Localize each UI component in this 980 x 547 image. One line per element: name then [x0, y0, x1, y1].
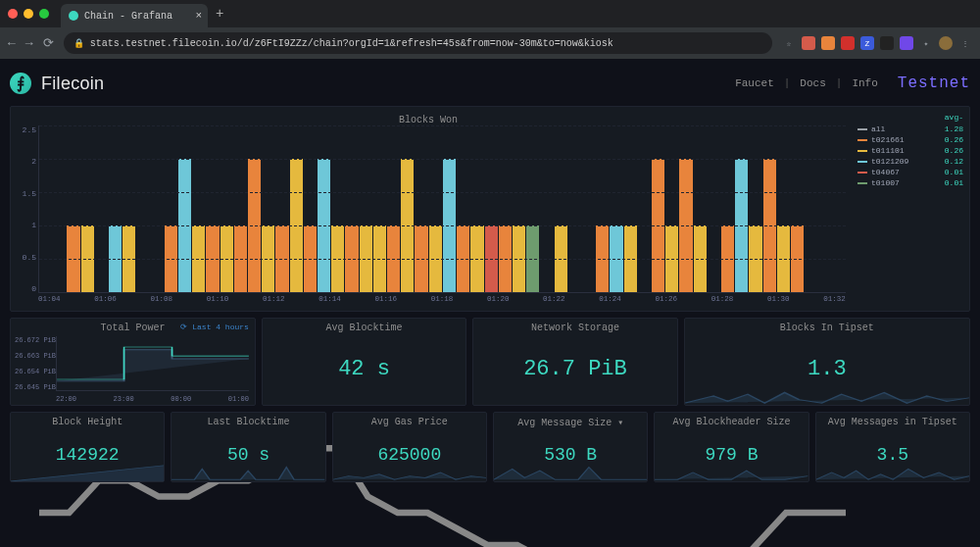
sparkline	[494, 464, 647, 481]
extension-icon[interactable]	[880, 36, 894, 50]
bookmark-star-icon[interactable]: ☆	[782, 36, 796, 50]
legend-header: avg-	[858, 113, 963, 122]
address-bar: ← → ⟳ 🔒 stats.testnet.filecoin.io/d/z6Ft…	[0, 27, 980, 59]
extension-icon[interactable]: Z	[860, 36, 874, 50]
page-header: ⨎ Filecoin Faucet | Docs | Info Testnet	[10, 67, 970, 100]
panel-title: Block Height	[11, 413, 164, 427]
avg-blockheader-size-panel[interactable]: Avg Blockheader Size 979 B	[654, 412, 808, 482]
back-icon[interactable]: ←	[8, 36, 16, 51]
mid-row: Total Power ⟳ Last 4 hours 26.672 PiB26.…	[10, 318, 970, 406]
minimize-window-icon[interactable]	[24, 9, 33, 19]
panel-title: Blocks In Tipset	[685, 319, 969, 333]
filecoin-logo-icon: ⨎	[10, 73, 31, 94]
panel-title: Last Blocktime	[172, 413, 324, 427]
bottom-row: Block Height 142922 Last Blocktime 50 s …	[10, 412, 970, 482]
url-input[interactable]: 🔒 stats.testnet.filecoin.io/d/z6FtI9ZZz/…	[64, 32, 772, 54]
sparkline	[172, 464, 324, 481]
extension-icon[interactable]	[821, 36, 835, 50]
blocks-in-tipset-panel[interactable]: Blocks In Tipset 1.3	[684, 318, 970, 406]
block-height-panel[interactable]: Block Height 142922	[10, 412, 165, 482]
legend-item[interactable]: t010070.01	[858, 177, 963, 188]
dashboard-page: ⨎ Filecoin Faucet | Docs | Info Testnet …	[0, 59, 980, 547]
panel-title: Blocks Won	[11, 111, 846, 125]
favicon-icon	[69, 11, 78, 21]
avg-gas-price-panel[interactable]: Avg Gas Price 625000	[332, 412, 487, 482]
stat-value: 3.5	[816, 427, 969, 481]
new-tab-button[interactable]: +	[216, 6, 223, 22]
last-blocktime-panel[interactable]: Last Blocktime 50 s	[171, 412, 325, 482]
tab-bar: Chain - Grafana × +	[0, 0, 980, 27]
stat-value: 26.7 PiB	[473, 333, 676, 405]
sparkline	[816, 464, 969, 481]
legend-item[interactable]: t0216610.26	[858, 134, 963, 145]
y-axis: 2.521.510.50	[11, 125, 36, 293]
tab-title: Chain - Grafana	[84, 11, 172, 22]
panel-title: Avg Gas Price	[333, 413, 486, 427]
sparkline	[685, 387, 969, 405]
panel-title: Avg Blockheader Size	[655, 413, 808, 427]
sparkline	[333, 464, 486, 481]
y-axis: 26.672 PiB26.663 PiB26.654 PiB26.645 PiB	[15, 336, 56, 391]
window-controls	[8, 9, 49, 19]
brand-name: Filecoin	[41, 74, 104, 94]
sparkline	[11, 464, 164, 481]
browser-tab[interactable]: Chain - Grafana ×	[61, 4, 208, 27]
blocks-won-chart: 2.521.510.50 01:0401:0601:0801:1001:1201…	[38, 125, 846, 307]
lock-icon: 🔒	[74, 38, 84, 49]
avg-messages-in-tipset-panel[interactable]: Avg Messages in Tipset 3.5	[815, 412, 970, 482]
legend-item[interactable]: t01212090.12	[858, 156, 963, 167]
browser-menu-icon[interactable]: ⋮	[958, 36, 972, 50]
panel-title: Network Storage	[473, 319, 676, 333]
panel-title: Avg Blocktime	[263, 319, 466, 333]
sparkline	[655, 464, 808, 481]
network-storage-panel[interactable]: Network Storage 26.7 PiB	[472, 318, 677, 406]
nav-docs[interactable]: Docs	[800, 77, 825, 89]
forward-icon[interactable]: →	[25, 36, 33, 51]
x-axis: 22:0023:0000:0001:00	[56, 395, 249, 403]
panel-title: Avg Messages in Tipset	[816, 413, 969, 427]
legend-item[interactable]: t040670.01	[858, 167, 963, 177]
x-axis: 01:0401:0601:0801:1001:1201:1401:1601:18…	[38, 295, 846, 307]
avg-message-size-panel[interactable]: Avg Message Size ▾ 530 B	[493, 412, 648, 482]
nav-faucet[interactable]: Faucet	[735, 77, 774, 89]
avg-blocktime-panel[interactable]: Avg Blocktime 42 s	[262, 318, 466, 406]
time-range-badge[interactable]: ⟳ Last 4 hours	[180, 323, 248, 331]
close-window-icon[interactable]	[8, 9, 18, 19]
header-nav: Faucet | Docs | Info	[735, 77, 878, 89]
extension-icon[interactable]	[802, 36, 815, 50]
extensions: ☆ Z ✦ ⋮	[782, 36, 972, 50]
stat-value: 979 B	[655, 427, 808, 481]
browser-chrome: Chain - Grafana × + ← → ⟳ 🔒 stats.testne…	[0, 0, 980, 59]
legend-item[interactable]: all1.28	[858, 124, 963, 134]
environment-badge: Testnet	[898, 75, 970, 92]
stat-value: 142922	[11, 427, 164, 481]
url-text: stats.testnet.filecoin.io/d/z6FtI9ZZz/ch…	[90, 38, 613, 49]
chart-legend: avg- all1.28t0216610.26t0111010.26t01212…	[852, 107, 969, 311]
tab-close-icon[interactable]: ×	[195, 10, 202, 22]
reload-icon[interactable]: ⟳	[43, 35, 54, 51]
extension-icon[interactable]	[900, 36, 913, 50]
stat-value: 1.3	[685, 333, 969, 405]
stat-value: 625000	[333, 427, 486, 481]
total-power-panel[interactable]: Total Power ⟳ Last 4 hours 26.672 PiB26.…	[10, 318, 256, 406]
maximize-window-icon[interactable]	[39, 9, 49, 19]
nav-info[interactable]: Info	[852, 77, 877, 89]
blocks-won-panel[interactable]: Blocks Won 2.521.510.50 01:0401:0601:080…	[10, 106, 970, 312]
profile-avatar-icon[interactable]	[939, 36, 953, 50]
extension-icon[interactable]	[841, 36, 855, 50]
panel-title: Avg Message Size ▾	[494, 413, 647, 428]
stat-value: 42 s	[263, 333, 466, 405]
legend-item[interactable]: t0111010.26	[858, 145, 963, 156]
total-power-chart	[56, 336, 249, 391]
stat-value: 50 s	[172, 427, 324, 481]
stat-value: 530 B	[494, 428, 647, 481]
extensions-menu-icon[interactable]: ✦	[919, 36, 933, 50]
bars-layer	[38, 125, 846, 293]
